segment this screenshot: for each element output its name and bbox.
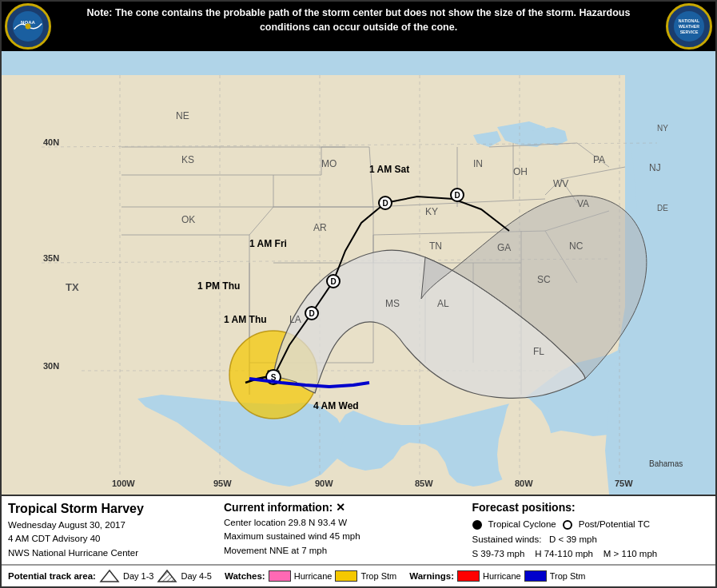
sustained-winds-label: Sustained winds: — [472, 534, 542, 544]
sustained-winds-row: Sustained winds: D < 39 mph — [472, 533, 713, 546]
svg-text:NJ: NJ — [649, 162, 661, 173]
forecast-symbols-row: Tropical Cyclone Post/Potential TC — [472, 518, 713, 531]
noaa-logo: NOAA — [5, 3, 51, 50]
forecast-title: Forecast positions: — [472, 499, 713, 516]
svg-text:TX: TX — [66, 281, 79, 293]
post-potential-icon — [563, 520, 572, 530]
svg-text:4 AM Wed: 4 AM Wed — [313, 400, 359, 411]
svg-text:85W: 85W — [415, 479, 433, 488]
current-movement: Movement NNE at 7 mph — [224, 544, 464, 558]
svg-text:D: D — [454, 191, 460, 200]
svg-text:IN: IN — [473, 158, 483, 169]
svg-text:PA: PA — [593, 154, 605, 165]
storm-info-col: Tropical Storm Harvey Wednesday August 3… — [8, 499, 216, 561]
svg-text:1 AM Fri: 1 AM Fri — [249, 238, 287, 249]
svg-text:NY: NY — [657, 124, 668, 133]
potential-track-section: Potential track area: Day 1-3 Day 4-5 — [8, 569, 212, 583]
svg-text:KY: KY — [425, 206, 438, 217]
storm-date: Wednesday August 30, 2017 — [8, 518, 216, 532]
top-banner-text: Note: The cone contains the probable pat… — [2, 2, 715, 38]
svg-text:D: D — [309, 309, 314, 318]
svg-text:95W: 95W — [213, 479, 232, 488]
svg-text:1 AM Thu: 1 AM Thu — [224, 314, 267, 325]
svg-text:100W: 100W — [112, 479, 135, 488]
svg-point-3 — [26, 24, 31, 30]
svg-text:AL: AL — [437, 298, 449, 309]
svg-text:D: D — [330, 277, 336, 286]
nws-logo: NATIONAL WEATHER SERVICE — [666, 3, 712, 50]
post-potential-label: Post/Potential TC — [579, 518, 650, 531]
svg-text:1 PM Thu: 1 PM Thu — [197, 280, 240, 292]
svg-text:80W: 80W — [515, 479, 533, 488]
current-location: Center location 29.8 N 93.4 W — [224, 516, 464, 530]
svg-text:AR: AR — [313, 222, 327, 233]
svg-text:WV: WV — [553, 178, 568, 189]
svg-text:FL: FL — [533, 346, 544, 357]
svg-text:Bahamas: Bahamas — [649, 459, 683, 468]
tropical-cyclone-label: Tropical Cyclone — [488, 518, 556, 531]
info-row: Tropical Storm Harvey Wednesday August 3… — [2, 496, 717, 565]
svg-text:MS: MS — [385, 298, 400, 309]
storm-name: Tropical Storm Harvey — [8, 499, 216, 518]
svg-text:OK: OK — [181, 214, 195, 225]
watches-section: Watches: Hurricane Trop Stm — [225, 570, 396, 582]
current-info-col: Current information: ✕ Center location 2… — [224, 499, 464, 561]
svg-text:90W: 90W — [315, 479, 333, 488]
svg-text:SERVICE: SERVICE — [680, 30, 699, 34]
svg-text:VA: VA — [577, 198, 589, 209]
svg-text:TN: TN — [429, 240, 442, 252]
svg-text:NC: NC — [569, 240, 584, 252]
svg-text:NE: NE — [176, 110, 189, 121]
svg-text:OH: OH — [513, 166, 528, 177]
storm-advisory: 4 AM CDT Advisory 40 — [8, 532, 216, 546]
bottom-panel: Tropical Storm Harvey Wednesday August 3… — [2, 495, 717, 588]
legend-row: Potential track area: Day 1-3 Day 4-5 Wa… — [2, 565, 717, 588]
svg-text:DE: DE — [657, 204, 668, 213]
svg-text:75W: 75W — [615, 479, 633, 488]
svg-text:NATIONAL: NATIONAL — [679, 18, 700, 23]
wind-ranges-row: S 39-73 mph H 74-110 mph M > 110 mph — [472, 547, 713, 561]
svg-text:LA: LA — [289, 314, 301, 325]
svg-text:35N: 35N — [43, 253, 59, 263]
svg-text:KS: KS — [181, 154, 194, 165]
svg-text:WEATHER: WEATHER — [679, 24, 699, 29]
svg-text:30N: 30N — [43, 361, 59, 371]
d-range: D < 39 mph — [549, 534, 597, 544]
s-range: S 39-73 mph — [472, 549, 525, 558]
svg-text:1 AM Sat: 1 AM Sat — [369, 164, 409, 175]
svg-text:MO: MO — [321, 158, 337, 169]
current-wind: Maximum sustained wind 45 mph — [224, 530, 464, 543]
svg-text:GA: GA — [497, 242, 511, 253]
warnings-section: Warnings: Hurricane Trop Stm — [409, 570, 585, 582]
current-info-title: Current information: ✕ — [224, 499, 464, 516]
svg-text:SC: SC — [537, 274, 551, 285]
m-range: M > 110 mph — [603, 549, 657, 558]
tropical-cyclone-icon — [472, 520, 482, 530]
storm-center: NWS National Hurricane Center — [8, 546, 216, 560]
h-range: H 74-110 mph — [535, 549, 593, 558]
svg-text:D: D — [382, 199, 388, 208]
map-area: S D D D D 4 AM Wed 1 AM Thu 1 PM Thu 1 A… — [2, 51, 717, 495]
svg-text:40N: 40N — [43, 137, 59, 147]
forecast-col: Forecast positions: Tropical Cyclone Pos… — [472, 499, 713, 561]
